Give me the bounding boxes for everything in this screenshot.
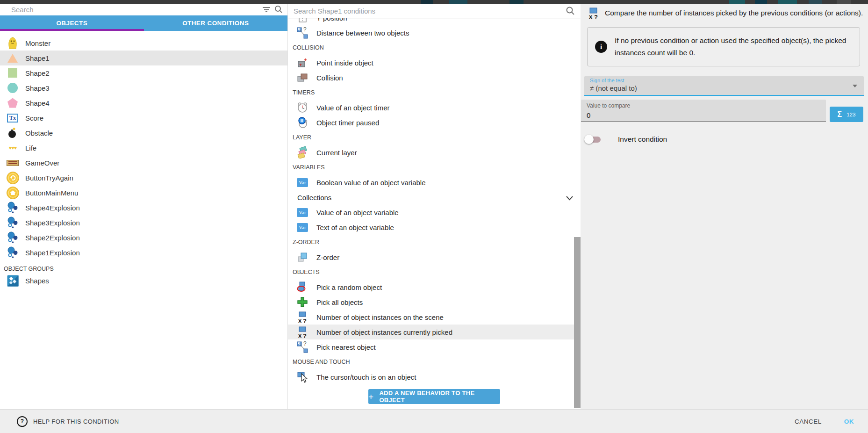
condition-row[interactable]: Value of an object timer xyxy=(288,100,581,115)
subgroup-label: Collections xyxy=(297,194,331,202)
object-row[interactable]: Shape4 xyxy=(0,95,287,110)
object-label: Life xyxy=(25,144,36,152)
bomb-icon xyxy=(0,127,25,138)
svg-text:x: x xyxy=(589,13,593,20)
condition-detail-panel: x? Compare the number of instances picke… xyxy=(581,4,868,409)
condition-row[interactable]: Collision xyxy=(288,70,581,85)
condition-row[interactable]: Var Value of an object variable xyxy=(288,205,581,220)
condition-row[interactable]: Var Boolean value of an object variable xyxy=(288,175,581,190)
condition-label: Number of object instances on the scene xyxy=(316,313,444,321)
help-for-condition-button[interactable]: ? HELP FOR THIS CONDITION xyxy=(17,416,119,427)
search-icon[interactable] xyxy=(274,5,283,15)
condition-label: Value of an object variable xyxy=(316,209,399,216)
objects-panel: Search OBJECTS OTHER CONDITIONS Monster … xyxy=(0,4,288,409)
condition-label: The cursor/touch is on an object xyxy=(316,373,416,381)
filter-icon[interactable] xyxy=(262,6,271,15)
hearts-icon: ♥♥♥ xyxy=(0,145,25,151)
conditions-list: Y position ? Distance between two object… xyxy=(288,10,581,404)
background-fragment xyxy=(809,0,822,4)
object-groups-header: OBJECT GROUPS xyxy=(0,260,287,273)
condition-label: Text of an object variable xyxy=(316,224,394,231)
object-row[interactable]: ButtonMainMenu xyxy=(0,185,287,200)
object-row[interactable]: Monster xyxy=(0,36,287,51)
cancel-button[interactable]: CANCEL xyxy=(795,418,822,425)
condition-row-selected[interactable]: x? Number of object instances currently … xyxy=(288,325,581,339)
condition-subgroup-collections[interactable]: Collections xyxy=(288,190,581,205)
variable-icon: Var xyxy=(296,178,309,187)
condition-row[interactable]: The cursor/touch is on an object xyxy=(288,369,581,384)
collision-icon xyxy=(296,72,309,83)
instance-count-icon: x? xyxy=(296,311,309,324)
condition-row[interactable]: Point inside object xyxy=(288,55,581,70)
object-row[interactable]: ♥♥♥ Life xyxy=(0,140,287,155)
condition-section-header: LAYER xyxy=(288,130,581,145)
object-label: Obstacle xyxy=(25,129,53,137)
sigma-icon: Σ xyxy=(838,110,842,119)
triangle-icon xyxy=(0,54,25,63)
condition-row[interactable]: Var Text of an object variable xyxy=(288,220,581,235)
condition-row[interactable]: ? Distance between two objects xyxy=(288,25,581,40)
object-row[interactable]: Shape2 xyxy=(0,65,287,80)
condition-section-header: MOUSE AND TOUCH xyxy=(288,354,581,369)
object-row[interactable]: Shape4Explosion xyxy=(0,200,287,215)
conditions-scrollbar-thumb[interactable] xyxy=(574,237,581,408)
add-behavior-button[interactable]: + ADD A NEW BEHAVIOR TO THE OBJECT xyxy=(368,389,500,404)
retry-button-icon xyxy=(0,172,25,184)
svg-text:?: ? xyxy=(594,14,598,20)
object-row[interactable]: Tx Score xyxy=(0,110,287,125)
condition-label: Value of an object timer xyxy=(316,104,389,112)
condition-row[interactable]: Current layer xyxy=(288,145,581,160)
search-icon[interactable] xyxy=(566,6,575,17)
object-row[interactable]: Shape1Explosion xyxy=(0,245,287,260)
svg-text:?: ? xyxy=(303,341,307,347)
condition-row[interactable]: x? Number of object instances on the sce… xyxy=(288,310,581,325)
invert-condition-row: Invert condition xyxy=(584,133,667,146)
objects-search-input[interactable]: Search xyxy=(0,4,287,15)
z-order-icon xyxy=(296,252,309,263)
particle-emitter-icon xyxy=(0,231,25,244)
ok-button[interactable]: OK xyxy=(844,418,854,425)
tab-other-conditions[interactable]: OTHER CONDITIONS xyxy=(144,15,288,31)
condition-row[interactable]: Pick a random object xyxy=(288,280,581,295)
active-tab-indicator xyxy=(0,29,144,31)
footer-actions: CANCEL OK xyxy=(795,418,868,425)
text-object-icon: Tx xyxy=(0,114,25,123)
object-group-row[interactable]: Shapes xyxy=(0,273,287,288)
sign-of-test-select[interactable]: Sign of the test ≠ (not equal to) xyxy=(584,76,864,96)
pick-random-icon xyxy=(296,281,309,293)
object-row[interactable]: GameOver xyxy=(0,155,287,170)
svg-text:?: ? xyxy=(303,332,307,339)
help-label: HELP FOR THIS CONDITION xyxy=(33,418,119,425)
instance-count-icon: x? xyxy=(296,326,309,339)
particle-emitter-icon xyxy=(0,246,25,259)
object-row[interactable]: Shape1 xyxy=(0,51,287,65)
condition-row[interactable]: Z-order xyxy=(288,250,581,265)
condition-row[interactable]: Pick all objects xyxy=(288,295,581,310)
value-to-compare-label: Value to compare xyxy=(587,102,630,109)
instance-count-icon: x? xyxy=(587,7,600,22)
layers-icon xyxy=(296,146,309,159)
condition-label: Current layer xyxy=(316,149,357,157)
value-to-compare-input[interactable]: Value to compare 0 xyxy=(581,100,826,122)
object-row[interactable]: Shape2Explosion xyxy=(0,230,287,245)
particle-emitter-icon xyxy=(0,216,25,229)
object-label: Shape3 xyxy=(25,84,50,92)
object-row[interactable]: ButtonTryAgain xyxy=(0,170,287,185)
toggle-knob xyxy=(584,135,594,144)
sign-of-test-value: ≠ (not equal to) xyxy=(590,84,637,92)
condition-section-header: COLLISION xyxy=(288,40,581,55)
object-row[interactable]: Obstacle xyxy=(0,125,287,140)
object-label: Shape1Explosion xyxy=(25,249,80,257)
object-label: Monster xyxy=(25,39,50,47)
expression-editor-button[interactable]: Σ 123 xyxy=(830,107,863,122)
pentagon-icon xyxy=(0,98,25,108)
conditions-search-placeholder: Search Shape1 conditions xyxy=(288,7,375,15)
background-fragment xyxy=(729,0,745,4)
conditions-search-input[interactable]: Search Shape1 conditions xyxy=(288,4,581,18)
object-row[interactable]: Shape3Explosion xyxy=(0,215,287,230)
expression-123-label: 123 xyxy=(846,112,855,117)
condition-row[interactable]: Object timer paused xyxy=(288,115,581,130)
object-row[interactable]: Shape3 xyxy=(0,80,287,95)
invert-condition-toggle[interactable] xyxy=(584,134,602,145)
condition-row[interactable]: ? Pick nearest object xyxy=(288,339,581,354)
